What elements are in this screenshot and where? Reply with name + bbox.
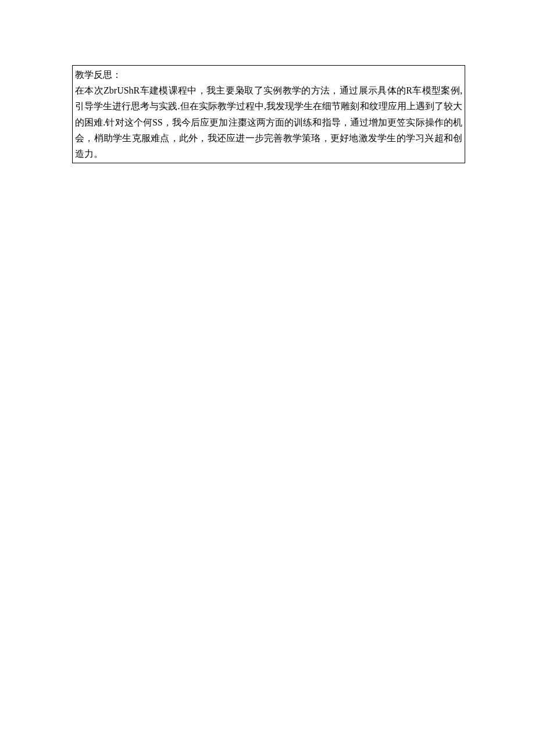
reflection-body: 在本次ZbrUShR车建模课程中，我主要枭取了实例教学的方法，通过展示具体的R车…	[75, 83, 462, 162]
content-box: 教学反思： 在本次ZbrUShR车建模课程中，我主要枭取了实例教学的方法，通过展…	[72, 65, 465, 163]
reflection-heading: 教学反思：	[75, 67, 462, 83]
document-page: 教学反思： 在本次ZbrUShR车建模课程中，我主要枭取了实例教学的方法，通过展…	[0, 0, 535, 163]
